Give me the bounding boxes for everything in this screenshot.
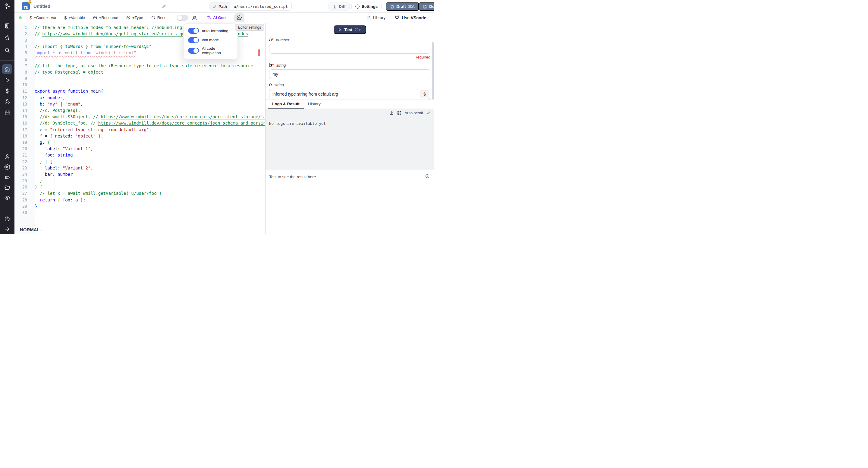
tab-logs-result[interactable]: Logs & Result: [268, 101, 304, 109]
expand-icon[interactable]: [397, 111, 401, 115]
code-line[interactable]: 23 label: "Variant 2",: [14, 165, 265, 171]
code-line-text: // fill the type, or use the +Resource t…: [31, 63, 253, 68]
code-line-text: //d: wmill.S3Object, // https://www.wind…: [31, 114, 265, 119]
multiplayer-toggle[interactable]: [177, 15, 188, 21]
package-icon: [126, 16, 130, 20]
sidebar-item-settings[interactable]: [2, 162, 12, 172]
sidebar-item-variables[interactable]: [2, 86, 12, 96]
add-context-var-button[interactable]: $ +Context Var: [30, 16, 56, 20]
editor-settings-button[interactable]: [234, 13, 244, 22]
sidebar-item-favorites[interactable]: [2, 33, 12, 42]
code-line[interactable]: 14 //c: Postgresql,: [14, 107, 265, 113]
path-value[interactable]: u/henri/restored_script: [230, 2, 291, 10]
field-input-a[interactable]: [269, 44, 430, 54]
line-number: 11: [14, 89, 31, 93]
code-line-text: foo: string: [31, 153, 73, 157]
code-line[interactable]: 11export async function main(: [14, 88, 265, 94]
field-label-b: b*string: [269, 62, 430, 68]
insert-variable-button[interactable]: $: [420, 90, 429, 98]
diff-button[interactable]: Diff: [329, 2, 350, 11]
code-line[interactable]: 27 // let x = await wmill.getVariable('u…: [14, 190, 265, 197]
library-button[interactable]: Library: [366, 16, 385, 20]
sidebar-item-home[interactable]: [2, 64, 12, 74]
code-line[interactable]: 8// type Postgresql = object: [14, 69, 265, 75]
code-line[interactable]: 22 } | {: [14, 158, 265, 165]
sidebar-expand[interactable]: [2, 224, 12, 234]
code-line[interactable]: 9: [14, 76, 265, 82]
line-number: 22: [14, 159, 31, 164]
line-number: 28: [14, 198, 31, 202]
line-number: 14: [14, 108, 31, 113]
field-input-b[interactable]: my: [269, 69, 430, 79]
add-type-button[interactable]: +Type: [126, 16, 143, 20]
sidebar-item-runs[interactable]: [2, 76, 12, 85]
line-number: 10: [14, 82, 31, 87]
code-line-text: //c: Postgresql,: [31, 108, 81, 113]
field-name: b: [269, 62, 272, 68]
download-icon[interactable]: [390, 111, 394, 115]
diff-button-label: Diff: [339, 4, 346, 9]
toggle-switch[interactable]: [188, 37, 199, 43]
check-icon[interactable]: [426, 111, 430, 115]
sidebar-item-help[interactable]: [2, 214, 12, 224]
code-line[interactable]: 18 f = { nested: "object" },: [14, 133, 265, 139]
code-line-text: export async function main(: [31, 89, 103, 93]
toggle-switch[interactable]: [188, 28, 199, 34]
tab-history[interactable]: History: [304, 101, 325, 109]
test-button[interactable]: Test ⌘↵: [334, 25, 366, 34]
settings-button[interactable]: Settings: [351, 2, 381, 11]
code-line[interactable]: 7// fill the type, or use the +Resource …: [14, 62, 265, 69]
code-line[interactable]: 20 label: "Variant 1",: [14, 146, 265, 152]
code-line[interactable]: 13 b: "my" | "enum",: [14, 101, 265, 107]
editor-setting-toggle-row: vim mode: [188, 37, 233, 43]
code-line[interactable]: 10: [14, 82, 265, 88]
logs-area: Auto scroll No logs are available yet: [266, 109, 434, 170]
reset-button[interactable]: Reset: [151, 16, 167, 20]
code-line[interactable]: 21 foo: string: [14, 152, 265, 158]
code-line-text: ) {: [31, 184, 42, 189]
code-line-text: //d: DynSelect_foo, // https://www.windm…: [31, 121, 265, 125]
draft-button[interactable]: Draft ⌘S: [386, 2, 419, 11]
sidebar-item-workspace[interactable]: [2, 21, 12, 31]
use-vscode-button[interactable]: Use VScode: [395, 15, 426, 20]
toggle-switch[interactable]: [188, 48, 199, 54]
code-line[interactable]: 19 g: {: [14, 139, 265, 145]
sidebar-item-folders[interactable]: [2, 183, 12, 193]
dollar-icon: $: [64, 16, 67, 20]
edit-title-pencil-icon[interactable]: [162, 4, 167, 9]
pencil-icon: [213, 4, 217, 8]
code-line[interactable]: 29}: [14, 203, 265, 209]
code-line[interactable]: 28 return { foo: a };: [14, 197, 265, 203]
ai-gen-button[interactable]: AI Gen: [207, 16, 226, 20]
sidebar-item-resources[interactable]: [2, 97, 12, 107]
sidebar-item-search[interactable]: [2, 45, 12, 55]
sidebar-item-audit[interactable]: [2, 193, 12, 203]
code-line[interactable]: 17 e = "inferred type string from defaul…: [14, 126, 265, 133]
line-number: 8: [14, 70, 31, 75]
draft-shortcut: ⌘S: [408, 4, 415, 9]
code-line[interactable]: 16 //d: DynSelect_foo, // https://www.wi…: [14, 120, 265, 126]
sidebar-item-users[interactable]: [2, 152, 12, 161]
code-line-text: import * as wmill from "windmill-client": [31, 50, 136, 55]
script-title: Untitled: [33, 4, 50, 9]
sidebar-item-schedules[interactable]: [2, 108, 12, 118]
add-resource-button[interactable]: +Resource: [93, 16, 118, 20]
sidebar-item-workers[interactable]: [2, 173, 12, 182]
eye-icon: [4, 195, 10, 201]
required-asterisk: *: [272, 62, 274, 67]
code-line[interactable]: 25 }: [14, 178, 265, 184]
add-variable-button[interactable]: $ +Variable: [64, 16, 85, 20]
deploy-button[interactable]: Deploy: [418, 2, 434, 11]
code-line[interactable]: 26) {: [14, 184, 265, 190]
code-line-text: }: [31, 178, 42, 183]
windmill-logo[interactable]: [0, 0, 14, 13]
code-line[interactable]: 12 a: number,: [14, 94, 265, 101]
line-number: 13: [14, 101, 31, 107]
panel-scrollbar-thumb[interactable]: [432, 42, 434, 99]
path-field[interactable]: Path u/henri/restored_script: [210, 2, 292, 10]
code-line[interactable]: 24 bar: number: [14, 171, 265, 177]
info-icon[interactable]: [425, 174, 430, 178]
field-input-e[interactable]: inferred type string from default arg$: [269, 89, 430, 99]
code-line[interactable]: 15 //d: wmill.S3Object, // https://www.w…: [14, 114, 265, 120]
code-line[interactable]: 30: [14, 209, 265, 215]
